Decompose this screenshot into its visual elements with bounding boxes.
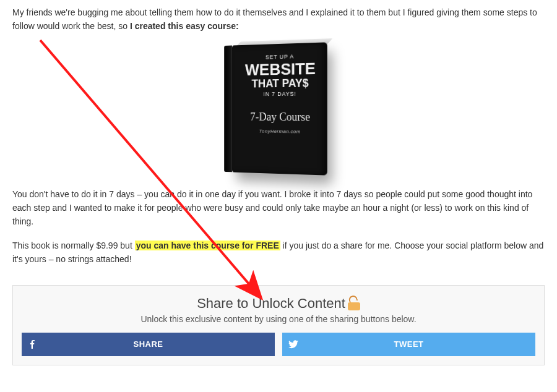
facebook-share-label: SHARE — [44, 339, 275, 349]
book-spine — [224, 46, 232, 173]
book-front-cover: SET UP A WEBSITE THAT PAY$ IN 7 DAYS! 7-… — [232, 43, 327, 176]
share-title-text: Share to Unlock Content — [197, 296, 345, 312]
book-3d: SET UP A WEBSITE THAT PAY$ IN 7 DAYS! 7-… — [232, 43, 327, 176]
twitter-tweet-button[interactable]: TWEET — [282, 333, 535, 356]
share-subtitle: Unlock this exclusive content by using o… — [22, 314, 535, 324]
intro-paragraph: My friends we're bugging me about tellin… — [12, 6, 545, 33]
book-cover-image: SET UP A WEBSITE THAT PAY$ IN 7 DAYS! 7-… — [12, 44, 545, 176]
offer-pre: This book is normally $9.99 but — [12, 241, 135, 250]
offer-highlight: you can have this course for FREE — [135, 241, 280, 250]
twitter-tweet-label: TWEET — [304, 339, 535, 349]
intro-bold: I created this easy course: — [130, 21, 239, 31]
facebook-share-button[interactable]: SHARE — [22, 333, 275, 356]
book-course-label: 7-Day Course — [240, 111, 321, 124]
book-author: TonyHerman.com — [240, 128, 321, 135]
unlock-icon — [348, 297, 360, 310]
book-line-website: WEBSITE — [240, 61, 321, 78]
facebook-icon — [22, 340, 44, 349]
explain-paragraph: You don't have to do it in 7 days – you … — [12, 188, 545, 228]
offer-paragraph: This book is normally $9.99 but you can … — [12, 239, 545, 266]
share-title-row: Share to Unlock Content — [22, 296, 535, 312]
intro-text: My friends we're bugging me about tellin… — [12, 7, 537, 31]
twitter-icon — [282, 340, 304, 349]
share-to-unlock-box: Share to Unlock Content Unlock this excl… — [12, 285, 545, 365]
share-buttons-row: SHARE TWEET — [22, 333, 535, 356]
book-line-pays: THAT PAY$ — [240, 77, 321, 90]
book-line-days: IN 7 DAYS! — [240, 90, 321, 97]
article-body: My friends we're bugging me about tellin… — [0, 0, 557, 378]
